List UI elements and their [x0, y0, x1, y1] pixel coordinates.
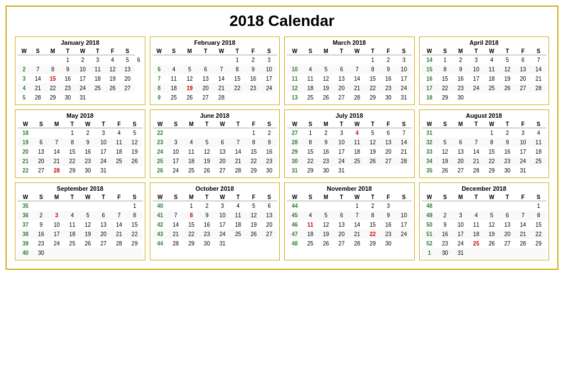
col-header-1: S [437, 121, 453, 128]
day-cell [80, 248, 96, 258]
week-num: 20 [18, 147, 33, 156]
week-num: 37 [18, 220, 33, 229]
day-cell: 17 [468, 74, 484, 83]
month-title: June 2018 [153, 112, 278, 119]
day-cell: 2 [365, 201, 380, 211]
day-cell: 16 [246, 74, 262, 83]
col-header-1: S [168, 121, 184, 128]
col-header-4: W [75, 48, 90, 55]
day-cell: 10 [453, 220, 468, 229]
day-cell [166, 55, 182, 65]
day-cell: 28 [468, 166, 484, 175]
day-cell: 20 [215, 156, 230, 166]
day-cell: 22 [365, 83, 380, 93]
col-header-6: F [380, 121, 396, 128]
col-header-5: T [365, 194, 380, 201]
day-cell: 13 [453, 147, 468, 156]
col-header-6: F [111, 194, 127, 201]
col-header-3: T [197, 48, 213, 55]
day-cell: 6 [33, 138, 49, 147]
day-cell: 3 [334, 128, 349, 138]
month-table: WSMTWTFS22122334567892410111213141516251… [153, 121, 278, 175]
col-header-2: M [318, 194, 333, 201]
day-cell: 23 [60, 83, 75, 93]
week-num: 8 [153, 83, 166, 93]
day-cell: 24 [334, 156, 349, 166]
day-cell: 10 [396, 65, 411, 74]
day-cell: 27 [120, 83, 135, 93]
day-cell: 28 [515, 239, 531, 248]
day-cell [182, 55, 198, 65]
day-cell: 28 [168, 239, 184, 248]
col-header-0: W [422, 48, 437, 55]
day-cell [65, 201, 80, 211]
day-cell: 13 [96, 220, 111, 229]
day-cell: 28 [230, 166, 246, 175]
col-header-7: S [120, 48, 135, 55]
col-header-2: M [184, 121, 199, 128]
week-num: 24 [153, 147, 168, 156]
col-header-1: S [168, 194, 184, 201]
day-cell: 28 [531, 83, 546, 93]
day-cell: 14 [468, 147, 484, 156]
day-cell [334, 55, 349, 65]
day-cell [215, 128, 230, 138]
day-cell [499, 201, 515, 211]
day-cell: 25 [302, 93, 318, 102]
day-cell: 18 [166, 83, 182, 93]
col-header-6: F [515, 121, 531, 128]
day-cell: 3 [49, 211, 64, 220]
day-cell: 18 [184, 156, 199, 166]
month-table: WSMTWTFS27123456728891011121314291516171… [287, 121, 412, 175]
day-cell [246, 239, 262, 248]
day-cell: 29 [184, 239, 199, 248]
col-header-1: S [30, 48, 45, 55]
day-cell: 8 [127, 211, 142, 220]
col-header-5: T [96, 194, 111, 201]
col-header-4: W [484, 121, 499, 128]
day-cell: 25 [184, 166, 199, 175]
day-cell: 19 [127, 147, 142, 156]
day-cell: 1 [437, 55, 453, 65]
day-cell: 15 [437, 74, 453, 83]
day-cell: 4 [111, 128, 127, 138]
day-cell: 20 [515, 74, 531, 83]
month-title: October 2018 [153, 185, 278, 192]
day-cell: 30 [80, 166, 96, 175]
day-cell: 10 [334, 138, 349, 147]
day-cell: 13 [380, 138, 396, 147]
day-cell: 3 [90, 55, 105, 65]
day-cell [199, 128, 215, 138]
day-cell: 25 [230, 229, 246, 239]
day-cell: 10 [468, 65, 484, 74]
day-cell: 22 [437, 83, 453, 93]
col-header-7: S [531, 48, 546, 55]
col-header-2: M [318, 121, 333, 128]
day-cell: 11 [531, 138, 546, 147]
col-header-1: S [302, 194, 318, 201]
day-cell: 5 [437, 138, 453, 147]
day-cell: 25 [531, 156, 546, 166]
day-cell: 30 [199, 239, 215, 248]
day-cell: 17 [168, 156, 184, 166]
day-cell: 15 [484, 147, 499, 156]
col-header-6: F [246, 194, 262, 201]
day-cell: 3 [396, 55, 411, 65]
day-cell: 10 [49, 220, 64, 229]
day-cell [49, 128, 64, 138]
day-cell: 21 [515, 229, 531, 239]
week-num: 3 [18, 74, 30, 83]
day-cell: 27 [262, 229, 277, 239]
day-cell [197, 55, 213, 65]
day-cell: 4 [468, 211, 484, 220]
day-cell: 30 [60, 93, 75, 102]
month-title: May 2018 [18, 112, 143, 119]
day-cell: 14 [111, 220, 127, 229]
col-header-1: S [166, 48, 182, 55]
day-cell: 8 [45, 65, 60, 74]
day-cell: 16 [80, 147, 96, 156]
day-cell: 7 [168, 211, 184, 220]
col-header-7: S [262, 194, 277, 201]
day-cell [334, 201, 349, 211]
day-cell: 30 [262, 166, 277, 175]
